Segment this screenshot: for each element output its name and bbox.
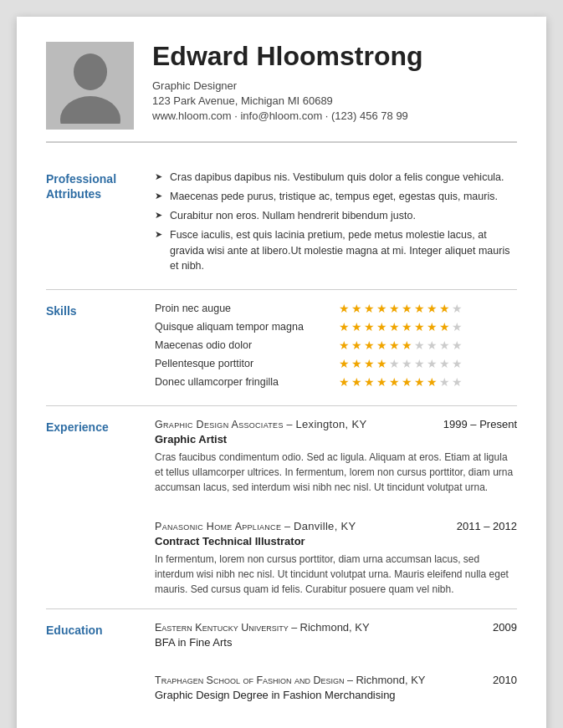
svg-point-1 (60, 96, 120, 124)
experience-header: Panasonic Home Appliance – Danville, KY2… (155, 520, 517, 532)
star-empty: ★ (452, 357, 463, 370)
star-empty: ★ (414, 357, 425, 370)
professional-content: Cras dapibus dapibus nis. Vestibulum qui… (155, 170, 517, 277)
star-filled: ★ (351, 339, 362, 352)
section-label-professional: ProfessionalAttributes (46, 170, 155, 277)
skill-row: Proin nec augue★★★★★★★★★★ (155, 302, 517, 315)
star-filled: ★ (339, 302, 350, 315)
section-education: Education Eastern Kentucky University – … (46, 609, 517, 713)
star-empty: ★ (452, 320, 463, 333)
star-filled: ★ (351, 375, 362, 389)
star-empty: ★ (439, 339, 450, 352)
star-filled: ★ (376, 357, 387, 370)
star-filled: ★ (364, 375, 375, 389)
star-filled: ★ (427, 320, 438, 333)
star-empty: ★ (439, 375, 450, 389)
education-degree: BFA in Fine Arts (155, 636, 517, 649)
skill-row: Donec ullamcorper fringilla★★★★★★★★★★ (155, 375, 517, 389)
skill-row: Pellentesque porttitor★★★★★★★★★★ (155, 357, 517, 370)
star-filled: ★ (364, 320, 375, 333)
star-filled: ★ (376, 302, 387, 315)
attributes-list: Cras dapibus dapibus nis. Vestibulum qui… (155, 170, 517, 273)
star-empty: ★ (452, 339, 463, 352)
resume-address: 123 Park Avenue, Michigan MI 60689 (152, 94, 517, 107)
education-school: Eastern Kentucky University – Richmond, … (155, 621, 370, 634)
professional-label: ProfessionalAttributes (46, 172, 116, 201)
section-experience: Experience Graphic Design Associates – L… (46, 406, 517, 609)
section-skills: Skills Proin nec augue★★★★★★★★★★Quisque … (46, 290, 517, 406)
star-filled: ★ (351, 302, 362, 315)
skill-name: Proin nec augue (155, 303, 339, 314)
star-filled: ★ (389, 320, 400, 333)
star-filled: ★ (427, 375, 438, 389)
attribute-item: Cras dapibus dapibus nis. Vestibulum qui… (155, 170, 517, 185)
star-filled: ★ (402, 302, 412, 315)
education-degree: Graphic Design Degree in Fashion Merchan… (155, 689, 517, 701)
star-filled: ★ (402, 375, 412, 389)
star-filled: ★ (427, 302, 438, 315)
experience-title: Contract Technical Illustrator (155, 535, 517, 547)
experience-dates: 1999 – Present (443, 418, 517, 430)
star-empty: ★ (452, 302, 463, 315)
svg-point-0 (74, 53, 107, 90)
header-info: Edward Hloomstrong Graphic Designer 123 … (152, 42, 517, 122)
skill-stars: ★★★★★★★★★★ (339, 375, 463, 389)
education-header: Traphagen School of Fashion and Design –… (155, 674, 517, 686)
star-filled: ★ (364, 339, 375, 352)
star-filled: ★ (389, 375, 400, 389)
experience-company: Panasonic Home Appliance – Danville, KY (155, 520, 356, 532)
education-school: Traphagen School of Fashion and Design –… (155, 674, 426, 686)
education-year: 2010 (493, 674, 517, 686)
skill-stars: ★★★★★★★★★★ (339, 302, 463, 315)
section-label-experience: Experience (46, 418, 155, 597)
star-empty: ★ (414, 339, 425, 352)
resume-web: www.hloom.com · info@hloom.com · (123) 4… (152, 109, 517, 122)
star-empty: ★ (389, 357, 400, 370)
star-filled: ★ (402, 339, 412, 352)
attribute-item: Fusce iaculis, est quis lacinia pretium,… (155, 227, 517, 272)
education-header: Eastern Kentucky University – Richmond, … (155, 621, 517, 634)
resume-name: Edward Hloomstrong (152, 42, 517, 71)
skills-content: Proin nec augue★★★★★★★★★★Quisque aliquam… (155, 302, 517, 394)
skill-name: Pellentesque porttitor (155, 358, 339, 369)
star-filled: ★ (376, 339, 387, 352)
star-filled: ★ (351, 320, 362, 333)
star-filled: ★ (389, 302, 400, 315)
experience-content: Graphic Design Associates – Lexington, K… (155, 418, 517, 597)
experience-company: Graphic Design Associates – Lexington, K… (155, 418, 366, 430)
star-filled: ★ (376, 375, 387, 389)
experience-block: Graphic Design Associates – Lexington, K… (155, 418, 517, 495)
skill-stars: ★★★★★★★★★★ (339, 320, 463, 333)
attribute-item: Maecenas pede purus, tristique ac, tempu… (155, 189, 517, 204)
star-filled: ★ (414, 320, 425, 333)
experience-dates: 2011 – 2012 (457, 520, 517, 532)
education-label: Education (46, 624, 103, 637)
skill-stars: ★★★★★★★★★★ (339, 357, 463, 370)
attribute-item: Curabitur non eros. Nullam hendrerit bib… (155, 208, 517, 223)
experience-block: Panasonic Home Appliance – Danville, KY2… (155, 510, 517, 597)
section-professional: ProfessionalAttributes Cras dapibus dapi… (46, 158, 517, 290)
experience-header: Graphic Design Associates – Lexington, K… (155, 418, 517, 430)
star-empty: ★ (427, 339, 438, 352)
skill-name: Donec ullamcorper fringilla (155, 376, 339, 388)
skill-row: Maecenas odio dolor★★★★★★★★★★ (155, 339, 517, 352)
star-filled: ★ (402, 320, 412, 333)
star-empty: ★ (439, 357, 450, 370)
star-filled: ★ (439, 320, 450, 333)
resume-header: Edward Hloomstrong Graphic Designer 123 … (46, 42, 517, 143)
skill-stars: ★★★★★★★★★★ (339, 339, 463, 352)
skill-row: Quisque aliquam tempor magna★★★★★★★★★★ (155, 320, 517, 333)
skills-table: Proin nec augue★★★★★★★★★★Quisque aliquam… (155, 302, 517, 389)
star-empty: ★ (452, 375, 463, 389)
avatar (46, 42, 134, 130)
star-filled: ★ (376, 320, 387, 333)
star-filled: ★ (439, 302, 450, 315)
skill-name: Maecenas odio dolor (155, 339, 339, 351)
education-content: Eastern Kentucky University – Richmond, … (155, 621, 517, 701)
education-block: Traphagen School of Fashion and Design –… (155, 664, 517, 701)
resume-title: Graphic Designer (152, 79, 517, 92)
education-block: Eastern Kentucky University – Richmond, … (155, 621, 517, 649)
star-filled: ★ (339, 339, 350, 352)
experience-label: Experience (46, 420, 109, 434)
star-filled: ★ (364, 357, 375, 370)
